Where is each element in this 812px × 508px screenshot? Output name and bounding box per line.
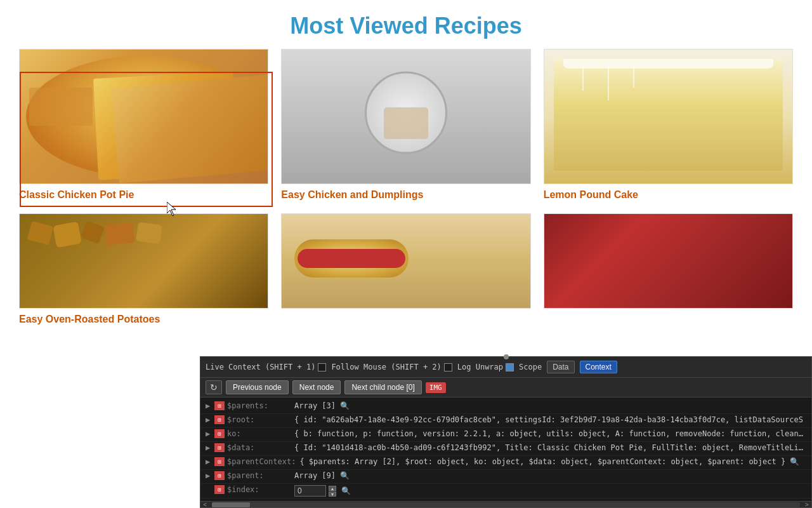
expand-arrow-root[interactable]: ▶ (206, 415, 212, 424)
expand-arrow-ko[interactable]: ▶ (206, 429, 212, 438)
val-data: { Id: "1401d418-ac0b-4b50-ad09-c6f1243fb… (294, 443, 806, 452)
scope-label: Scope (519, 363, 542, 371)
recipe-link-lemon-cake[interactable]: Lemon Pound Cake (544, 189, 793, 201)
expand-arrow-data[interactable]: ▶ (206, 443, 212, 452)
index-input[interactable] (294, 485, 326, 497)
type-icon-parents: ⊡ (214, 401, 225, 410)
dev-row-parentcontext[interactable]: ▶ ⊡ $parentContext: { $parents: Array [2… (200, 456, 811, 470)
follow-mouse-label: Follow Mouse (SHIFT + 2) (331, 363, 441, 371)
log-unwrap-label: Log Unwrap (457, 363, 503, 371)
refresh-button[interactable]: ↻ (206, 380, 222, 394)
type-icon-parent: ⊡ (214, 471, 225, 480)
dev-row-data[interactable]: ▶ ⊡ $data: { Id: "1401d418-ac0b-4b50-ad0… (200, 442, 811, 456)
dev-panel-drag-handle[interactable] (504, 354, 509, 359)
key-data: $data: (227, 443, 291, 452)
recipe-image-chicken-dumplings[interactable] (281, 49, 530, 184)
index-binoculars[interactable]: 🔍 (341, 486, 351, 495)
dev-panel: Live Context (SHIFT + 1) Follow Mouse (S… (200, 356, 812, 508)
recipe-card-lemon-cake: Lemon Pound Cake (544, 49, 793, 201)
live-context-label: Live Context (SHIFT + 1) (206, 363, 315, 371)
recipe-image-chicken-pot-pie[interactable] (19, 49, 268, 184)
dev-row-parents[interactable]: ▶ ⊡ $parents: Array [3] 🔍 (200, 400, 811, 414)
img-badge: IMG (426, 382, 446, 393)
val-ko: { b: function, p: function, version: 2.2… (294, 429, 806, 438)
type-icon-ko: ⊡ (214, 429, 225, 438)
val-root: { id: "a626ab47-1a8e-43e9-92cc-679d0fac8… (294, 415, 806, 424)
expand-arrow-parent[interactable]: ▶ (206, 471, 212, 480)
type-icon-index: ⊡ (214, 485, 225, 494)
next-child-node-button[interactable]: Next child node [0] (344, 380, 421, 394)
recipe-link-roasted-potatoes[interactable]: Easy Oven-Roasted Potatoes (19, 314, 268, 325)
index-up-btn[interactable]: ▲ (329, 486, 336, 491)
recipe-image-hotdogs[interactable] (281, 213, 530, 309)
recipe-image-meat[interactable] (544, 213, 793, 309)
page-title: Most Viewed Recipes (0, 0, 812, 49)
follow-mouse-checkbox[interactable] (444, 363, 452, 371)
type-icon-root: ⊡ (214, 415, 225, 424)
val-parentcontext: { $parents: Array [2], $root: object, ko… (299, 457, 806, 466)
index-stepper-container: ▲ ▼ 🔍 (294, 485, 351, 497)
follow-mouse-control: Follow Mouse (SHIFT + 2) (331, 363, 452, 371)
dev-row-parent[interactable]: ▶ ⊡ $parent: Array [9] 🔍 (200, 470, 811, 484)
type-icon-parentcontext: ⊡ (214, 457, 225, 466)
dev-nav-toolbar: ↻ Previous node Next node Next child nod… (200, 378, 811, 398)
scrollbar-track (212, 502, 800, 507)
recipe-card-roasted-potatoes: Easy Oven-Roasted Potatoes (19, 213, 268, 325)
recipe-link-chicken-dumplings[interactable]: Easy Chicken and Dumplings (281, 189, 530, 201)
recipe-card-chicken-dumplings: Easy Chicken and Dumplings (281, 49, 530, 201)
val-parent: Array [9] 🔍 (294, 471, 806, 480)
key-parent: $parent: (227, 471, 291, 480)
expand-arrow-parents[interactable]: ▶ (206, 401, 212, 410)
key-index: $index: (227, 485, 291, 494)
recipe-image-lemon-cake[interactable] (544, 49, 793, 184)
type-icon-data: ⊡ (214, 443, 225, 452)
recipe-card-meat (544, 213, 793, 325)
val-parents: Array [3] 🔍 (294, 401, 806, 410)
key-ko: ko: (227, 429, 291, 438)
live-context-control: Live Context (SHIFT + 1) (206, 363, 326, 371)
dev-row-root[interactable]: ▶ ⊡ $root: { id: "a626ab47-1a8e-43e9-92c… (200, 414, 811, 428)
dev-row-index: ▶ ⊡ $index: ▲ ▼ 🔍 (200, 484, 811, 498)
key-parents: $parents: (227, 401, 291, 410)
key-root: $root: (227, 415, 291, 424)
index-down-btn[interactable]: ▼ (329, 491, 336, 497)
recipe-grid-row2: Easy Oven-Roasted Potatoes (0, 213, 812, 325)
log-unwrap-control: Log Unwrap (457, 363, 514, 371)
scrollbar-thumb[interactable] (212, 502, 250, 507)
recipe-grid-row1: Classic Chicken Pot Pie Easy Chicken and… (0, 49, 812, 201)
next-node-button[interactable]: Next node (292, 380, 341, 394)
dev-content: ▶ ⊡ $parents: Array [3] 🔍 ▶ ⊡ $root: { i… (200, 398, 811, 501)
prev-node-button[interactable]: Previous node (226, 380, 289, 394)
context-button[interactable]: Context (580, 361, 617, 373)
recipe-image-roasted-potatoes[interactable] (19, 213, 268, 309)
recipe-link-chicken-pot-pie[interactable]: Classic Chicken Pot Pie (19, 189, 268, 201)
live-context-checkbox[interactable] (318, 363, 326, 371)
recipe-card-chicken-pot-pie: Classic Chicken Pot Pie (19, 49, 268, 201)
data-button[interactable]: Data (547, 361, 574, 373)
log-unwrap-checkbox[interactable] (506, 363, 514, 371)
expand-arrow-parentcontext[interactable]: ▶ (206, 457, 212, 466)
dev-toolbar: Live Context (SHIFT + 1) Follow Mouse (S… (200, 357, 811, 378)
dev-horizontal-scrollbar[interactable] (200, 501, 811, 507)
dev-row-ko[interactable]: ▶ ⊡ ko: { b: function, p: function, vers… (200, 428, 811, 442)
recipe-card-hotdogs (281, 213, 530, 325)
index-stepper: ▲ ▼ (329, 486, 336, 497)
key-parentcontext: $parentContext: (227, 457, 296, 466)
